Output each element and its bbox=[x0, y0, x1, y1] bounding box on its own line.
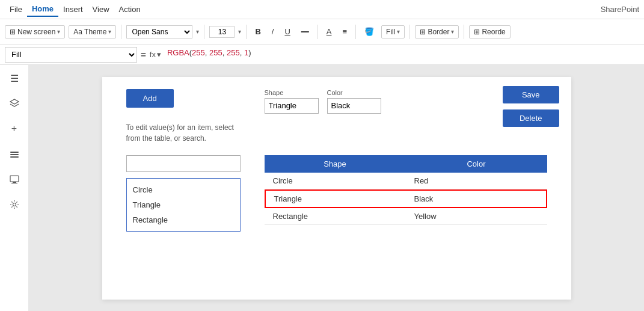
fx-chevron: ▾ bbox=[157, 50, 161, 59]
svg-rect-2 bbox=[10, 154, 19, 155]
delete-button[interactable]: Delete bbox=[503, 109, 559, 127]
menu-action[interactable]: Action bbox=[114, 2, 146, 16]
theme-button[interactable]: Aa Theme ▾ bbox=[69, 25, 116, 38]
border-label: Border bbox=[428, 28, 449, 36]
strikethrough-button[interactable]: — bbox=[298, 25, 313, 38]
main-layout: ☰ + Add Shape bbox=[0, 65, 644, 311]
new-screen-label: New screen bbox=[17, 28, 55, 36]
fx-label: fx ▾ bbox=[150, 50, 161, 59]
theme-label: Theme bbox=[84, 28, 106, 36]
svg-rect-3 bbox=[10, 156, 19, 158]
table-cell-shape-1: Triangle bbox=[266, 191, 406, 207]
formula-input[interactable]: RGBA(255, 255, 255, 1) bbox=[165, 47, 639, 63]
table-cell-shape-2: Rectangle bbox=[265, 208, 406, 224]
menu-file[interactable]: File bbox=[5, 2, 27, 16]
app-title: SharePoint bbox=[601, 5, 639, 14]
svg-rect-6 bbox=[11, 183, 17, 183]
svg-rect-4 bbox=[10, 176, 19, 182]
shape-form-group: Shape bbox=[265, 89, 319, 114]
sidebar-icon-menu[interactable]: ☰ bbox=[6, 70, 23, 87]
theme-icon: Aa bbox=[73, 28, 82, 36]
sidebar-icon-media[interactable] bbox=[6, 171, 23, 188]
separator-7 bbox=[464, 25, 464, 39]
color-form-group: Color bbox=[327, 89, 381, 114]
table-header-color: Color bbox=[406, 155, 547, 173]
formula-b-value: 255 bbox=[227, 48, 240, 57]
edit-instruction-line2: from the table, or search. bbox=[126, 133, 234, 144]
add-button[interactable]: Add bbox=[126, 89, 174, 108]
paint-bucket-icon[interactable]: 🪣 bbox=[361, 25, 378, 38]
table-header-shape: Shape bbox=[265, 155, 406, 173]
table-row-selected[interactable]: Triangle Black bbox=[265, 189, 547, 208]
form-area: Shape Color bbox=[265, 89, 381, 114]
dropdown-item-rectangle[interactable]: Rectangle bbox=[127, 212, 240, 227]
formula-rgba-label: RGBA bbox=[167, 48, 189, 57]
canvas-inner: Add Shape Color Save Delete bbox=[102, 77, 571, 300]
left-sidebar: ☰ + bbox=[0, 65, 29, 311]
underline-button[interactable]: U bbox=[281, 25, 293, 38]
toolbar: ⊞ New screen ▾ Aa Theme ▾ Open Sans ▾ ▾ … bbox=[0, 19, 644, 45]
color-label: Color bbox=[327, 89, 381, 96]
font-family-select[interactable]: Open Sans bbox=[126, 25, 192, 38]
fill-button[interactable]: Fill ▾ bbox=[381, 25, 405, 38]
separator-2 bbox=[204, 25, 204, 39]
new-screen-chevron: ▾ bbox=[57, 28, 60, 35]
text-color-button[interactable]: A bbox=[323, 25, 336, 38]
reorder-icon: ⊞ bbox=[474, 28, 480, 36]
sidebar-icon-layers[interactable] bbox=[6, 95, 23, 112]
svg-point-7 bbox=[13, 203, 16, 206]
edit-instruction: To edit value(s) for an item, select fro… bbox=[126, 122, 234, 144]
menu-bar: File Home Insert View Action SharePoint bbox=[0, 0, 644, 19]
separator-5 bbox=[355, 25, 356, 39]
save-button[interactable]: Save bbox=[503, 86, 559, 103]
italic-button[interactable]: / bbox=[268, 25, 278, 38]
align-button[interactable]: ≡ bbox=[339, 25, 351, 38]
menu-view[interactable]: View bbox=[88, 2, 114, 16]
table-row[interactable]: Circle Red bbox=[265, 173, 547, 189]
theme-chevron: ▾ bbox=[108, 28, 111, 35]
font-size-input[interactable] bbox=[209, 26, 235, 38]
equals-symbol: = bbox=[141, 49, 146, 60]
sidebar-icon-add[interactable]: + bbox=[6, 120, 23, 137]
new-screen-button[interactable]: ⊞ New screen ▾ bbox=[5, 25, 65, 38]
property-dropdown[interactable]: Fill bbox=[5, 47, 137, 63]
shape-label: Shape bbox=[265, 89, 319, 96]
dropdown-item-circle[interactable]: Circle bbox=[127, 182, 240, 197]
sidebar-icon-data[interactable] bbox=[6, 146, 23, 162]
svg-rect-1 bbox=[10, 152, 19, 153]
menu-home[interactable]: Home bbox=[27, 2, 58, 17]
menu-insert[interactable]: Insert bbox=[58, 2, 88, 16]
border-icon: ⊞ bbox=[420, 28, 426, 36]
reorder-button[interactable]: ⊞ Reorde bbox=[469, 25, 510, 38]
search-input[interactable] bbox=[126, 155, 241, 172]
fill-chevron: ▾ bbox=[397, 28, 400, 35]
text-color-icon: A bbox=[327, 27, 332, 36]
fill-label: Fill bbox=[386, 28, 395, 36]
table-cell-shape-0: Circle bbox=[265, 173, 406, 189]
action-buttons: Save Delete bbox=[503, 86, 559, 127]
formula-bar: Fill = fx ▾ RGBA(255, 255, 255, 1) bbox=[0, 45, 644, 65]
svg-rect-5 bbox=[13, 182, 16, 183]
separator-4 bbox=[317, 25, 318, 39]
formula-g-value: 255 bbox=[209, 48, 222, 57]
border-button[interactable]: ⊞ Border ▾ bbox=[415, 25, 459, 38]
separator-1 bbox=[121, 25, 121, 39]
shape-input[interactable] bbox=[265, 98, 319, 114]
data-table: Shape Color Circle Red Triangle Black Re… bbox=[265, 155, 547, 225]
sidebar-icon-settings[interactable] bbox=[6, 196, 23, 213]
new-screen-icon: ⊞ bbox=[10, 28, 16, 36]
table-row[interactable]: Rectangle Yellow bbox=[265, 208, 547, 225]
dropdown-item-triangle[interactable]: Triangle bbox=[127, 197, 240, 212]
font-size-chevron: ▾ bbox=[238, 28, 241, 35]
table-header: Shape Color bbox=[265, 155, 547, 173]
font-family-chevron: ▾ bbox=[196, 28, 199, 35]
bold-button[interactable]: B bbox=[251, 25, 264, 38]
reorder-label: Reorde bbox=[482, 28, 505, 36]
canvas-area: Add Shape Color Save Delete bbox=[29, 65, 644, 311]
edit-instruction-line1: To edit value(s) for an item, select bbox=[126, 122, 234, 133]
form-row: Shape Color bbox=[265, 89, 381, 114]
color-input[interactable] bbox=[327, 98, 381, 114]
separator-3 bbox=[246, 25, 247, 39]
dropdown-list: Circle Triangle Rectangle bbox=[126, 178, 241, 232]
border-chevron: ▾ bbox=[451, 28, 454, 35]
